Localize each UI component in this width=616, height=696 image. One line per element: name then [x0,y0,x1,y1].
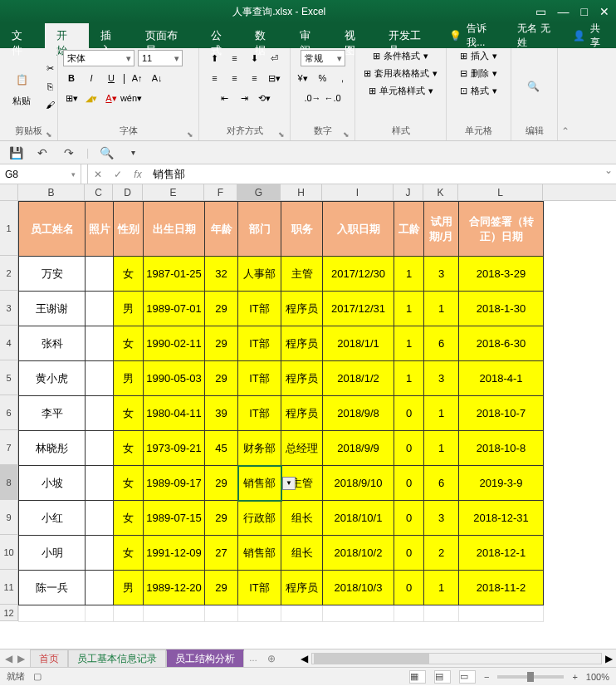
cell[interactable]: 6 [424,466,459,501]
cell[interactable]: 1990-05-03 [144,361,205,396]
cell[interactable]: 男 [114,571,144,605]
cell[interactable]: 1989-09-17 [144,466,205,501]
cell[interactable]: 1989-12-20 [144,571,205,605]
redo-button[interactable]: ↷ [60,144,78,162]
insert-cells-button[interactable]: ⊞插入▾ [460,50,497,62]
table-header-cell[interactable]: 部门 [238,202,281,257]
cell[interactable]: 程序员 [281,292,323,326]
cell[interactable]: 1990-02-11 [144,326,205,361]
table-format-button[interactable]: ⊞套用表格格式▾ [364,67,438,80]
cancel-formula-button[interactable]: ✕ [88,169,108,180]
cell[interactable]: IT部 [238,571,281,605]
align-center-button[interactable]: ≡ [227,70,243,86]
fill-color-button[interactable]: ◢▾ [83,90,100,106]
table-header-cell[interactable]: 出生日期 [144,202,205,257]
cell[interactable]: 1987-01-25 [144,257,205,292]
cell[interactable] [114,605,144,622]
cell[interactable]: 2018/10/1 [323,501,394,536]
cell[interactable]: 女 [114,431,144,466]
column-header-I[interactable]: I [322,184,394,200]
view-pagebreak-button[interactable]: ▭ [459,670,476,684]
cell[interactable]: 1 [424,431,459,466]
column-header-F[interactable]: F [204,184,237,200]
cell[interactable] [394,605,424,622]
expand-formula-bar-button[interactable]: ⌄ [601,164,616,184]
new-sheet-button[interactable]: ⊕ [267,653,276,664]
number-dialog-launcher[interactable]: ⬊ [343,130,350,139]
currency-button[interactable]: ¥▾ [295,70,311,86]
column-header-E[interactable]: E [143,184,204,200]
column-header-J[interactable]: J [394,184,423,200]
tell-me[interactable]: 💡 告诉我... [442,23,511,48]
cell[interactable]: 1973-09-21 [144,431,205,466]
cell[interactable]: 王谢谢 [19,292,86,326]
macro-record-icon[interactable]: ▢ [33,671,42,682]
zoom-in-button[interactable]: + [572,672,577,682]
column-header-H[interactable]: H [281,184,322,200]
row-header-3[interactable]: 3 [0,291,18,326]
account-name[interactable]: 无名 无姓 [511,23,566,48]
table-header-cell[interactable]: 入职日期 [323,202,394,257]
cell[interactable]: 2018-1-30 [459,292,544,326]
grow-font-button[interactable]: A↑ [129,70,145,86]
cell[interactable]: 女 [114,501,144,536]
cell[interactable]: 3 [424,361,459,396]
cell-dropdown-icon[interactable]: ▼ [282,477,296,490]
cell[interactable]: 张科 [19,326,86,361]
print-preview-button[interactable]: 🔍 [97,144,115,162]
cell[interactable]: IT部 [238,292,281,326]
column-header-K[interactable]: K [423,184,458,200]
cell[interactable]: 程序员 [281,326,323,361]
cell[interactable] [86,466,114,501]
tab-dev[interactable]: 开发工具 [377,23,442,48]
cell[interactable]: 林晓彤 [19,431,86,466]
cell[interactable]: 财务部 [238,431,281,466]
cell[interactable]: 小坡 [19,466,86,501]
column-header-G[interactable]: G [237,184,281,200]
phonetic-button[interactable]: wén▾ [123,90,139,106]
cell[interactable]: IT部 [238,361,281,396]
cell[interactable] [86,396,114,431]
cell[interactable]: 2019-3-9 [459,466,544,501]
cell[interactable]: 黄小虎 [19,361,86,396]
cell[interactable]: IT部 [238,326,281,361]
decrease-decimal-button[interactable]: ←.0 [325,90,341,106]
cell[interactable]: 2 [424,536,459,571]
cell[interactable]: 2018-12-1 [459,536,544,571]
cell[interactable]: 女 [114,536,144,571]
cell[interactable]: 2018-12-31 [459,501,544,536]
cell[interactable]: 29 [205,571,238,605]
table-header-cell[interactable]: 工龄 [394,202,424,257]
font-dialog-launcher[interactable]: ⬊ [187,130,193,139]
maximize-icon[interactable]: □ [581,5,588,18]
horizontal-scrollbar[interactable] [311,653,602,664]
cell[interactable]: 27 [205,536,238,571]
sheet-nav-next[interactable]: ▶ [17,653,25,664]
cell[interactable]: 32 [205,257,238,292]
row-header-11[interactable]: 11 [0,570,18,605]
cell[interactable]: 3 [424,257,459,292]
cell[interactable]: 0 [394,466,424,501]
cell[interactable]: 行政部 [238,501,281,536]
qat-customize-button[interactable]: ▾ [124,144,142,162]
row-header-10[interactable]: 10 [0,535,18,570]
sheet-tab-2[interactable]: 员工基本信息记录 [68,649,166,667]
cell[interactable]: 2018-4-1 [459,361,544,396]
font-color-button[interactable]: A▾ [103,90,120,106]
row-header-5[interactable]: 5 [0,360,18,395]
cell[interactable]: 0 [394,571,424,605]
sheet-scroll-right[interactable]: … [249,654,257,663]
cell[interactable]: 0 [394,501,424,536]
clipboard-dialog-launcher[interactable]: ⬊ [46,130,52,139]
cell[interactable]: 1989-07-01 [144,292,205,326]
cell[interactable]: 1 [394,361,424,396]
formula-bar[interactable]: 销售部 [148,167,190,182]
shrink-font-button[interactable]: A↓ [149,70,165,86]
sheet-tab-3[interactable]: 员工结构分析 [166,649,244,667]
minimize-icon[interactable]: ― [558,5,570,18]
cell[interactable]: 万安 [19,257,86,292]
cell[interactable]: 女 [114,326,144,361]
cell[interactable]: 29 [205,292,238,326]
cell[interactable]: 总经理 [281,431,323,466]
bold-button[interactable]: B [63,70,80,86]
